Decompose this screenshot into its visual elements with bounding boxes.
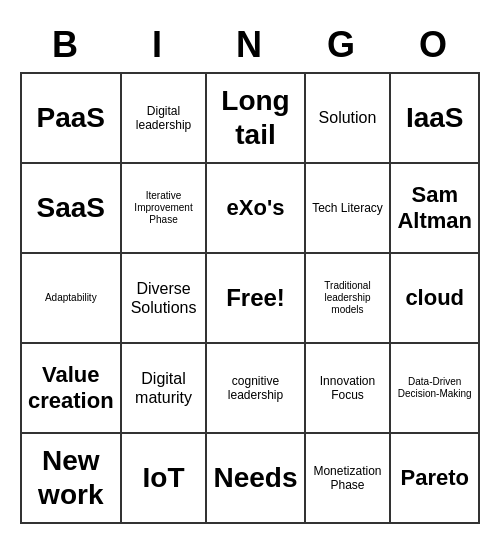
cell-text-0: PaaS bbox=[37, 101, 106, 135]
bingo-grid: PaaSDigital leadershipLong tailSolutionI… bbox=[20, 72, 480, 524]
bingo-header: BINGO bbox=[20, 20, 480, 70]
bingo-cell: Digital leadership bbox=[122, 74, 208, 164]
bingo-card: BINGO PaaSDigital leadershipLong tailSol… bbox=[10, 10, 490, 534]
cell-text-6: Iterative Improvement Phase bbox=[128, 190, 200, 226]
header-letter: G bbox=[296, 20, 388, 70]
header-letter: O bbox=[388, 20, 480, 70]
bingo-cell: SaaS bbox=[22, 164, 122, 254]
bingo-cell: IaaS bbox=[391, 74, 480, 164]
bingo-cell: New work bbox=[22, 434, 122, 524]
header-letter: B bbox=[20, 20, 112, 70]
bingo-cell: Free! bbox=[207, 254, 305, 344]
bingo-cell: PaaS bbox=[22, 74, 122, 164]
bingo-cell: cognitive leadership bbox=[207, 344, 305, 434]
cell-text-16: Digital maturity bbox=[128, 369, 200, 407]
header-letter: N bbox=[204, 20, 296, 70]
cell-text-3: Solution bbox=[319, 108, 377, 127]
cell-text-12: Free! bbox=[226, 284, 285, 313]
cell-text-22: Needs bbox=[213, 461, 297, 495]
cell-text-11: Diverse Solutions bbox=[128, 279, 200, 317]
bingo-cell: eXo's bbox=[207, 164, 305, 254]
cell-text-17: cognitive leadership bbox=[213, 374, 297, 403]
bingo-cell: Iterative Improvement Phase bbox=[122, 164, 208, 254]
cell-text-5: SaaS bbox=[37, 191, 106, 225]
cell-text-15: Value creation bbox=[28, 362, 114, 415]
bingo-cell: Needs bbox=[207, 434, 305, 524]
bingo-cell: Innovation Focus bbox=[306, 344, 392, 434]
bingo-cell: Tech Literacy bbox=[306, 164, 392, 254]
cell-text-2: Long tail bbox=[213, 84, 297, 151]
bingo-cell: Data-Driven Decision-Making bbox=[391, 344, 480, 434]
cell-text-20: New work bbox=[28, 444, 114, 511]
cell-text-18: Innovation Focus bbox=[312, 374, 384, 403]
cell-text-10: Adaptability bbox=[45, 292, 97, 304]
bingo-cell: Long tail bbox=[207, 74, 305, 164]
cell-text-21: IoT bbox=[143, 461, 185, 495]
bingo-cell: Traditional leadership models bbox=[306, 254, 392, 344]
cell-text-19: Data-Driven Decision-Making bbox=[397, 376, 472, 400]
cell-text-14: cloud bbox=[405, 285, 464, 311]
bingo-cell: Diverse Solutions bbox=[122, 254, 208, 344]
bingo-cell: Adaptability bbox=[22, 254, 122, 344]
bingo-cell: Pareto bbox=[391, 434, 480, 524]
bingo-cell: Solution bbox=[306, 74, 392, 164]
cell-text-1: Digital leadership bbox=[128, 104, 200, 133]
cell-text-8: Tech Literacy bbox=[312, 201, 383, 215]
header-letter: I bbox=[112, 20, 204, 70]
bingo-cell: Sam Altman bbox=[391, 164, 480, 254]
cell-text-23: Monetization Phase bbox=[312, 464, 384, 493]
bingo-cell: cloud bbox=[391, 254, 480, 344]
cell-text-9: Sam Altman bbox=[397, 182, 472, 235]
cell-text-13: Traditional leadership models bbox=[312, 280, 384, 316]
cell-text-7: eXo's bbox=[227, 195, 285, 221]
bingo-cell: IoT bbox=[122, 434, 208, 524]
bingo-cell: Value creation bbox=[22, 344, 122, 434]
cell-text-4: IaaS bbox=[406, 101, 464, 135]
bingo-cell: Digital maturity bbox=[122, 344, 208, 434]
cell-text-24: Pareto bbox=[400, 465, 468, 491]
bingo-cell: Monetization Phase bbox=[306, 434, 392, 524]
